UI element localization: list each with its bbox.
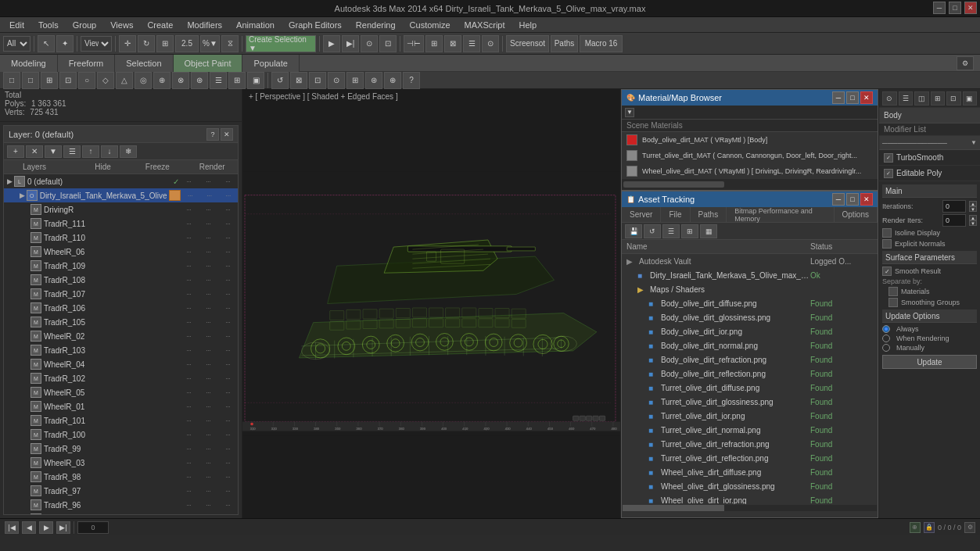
layer-item-tradr100[interactable]: M TradrR_100 ··· ··· ···: [4, 428, 238, 442]
lock-icon[interactable]: 🔒: [924, 522, 935, 533]
update-options-section[interactable]: Update Options: [882, 309, 977, 323]
smoothing-groups-checkbox[interactable]: [888, 298, 898, 307]
close-button[interactable]: ✕: [964, 2, 977, 14]
asset-item-wheel-diffuse[interactable]: ■ Wheel_olive_dirt_diffuse.png Found: [622, 465, 878, 479]
iterations-spinbox[interactable]: 0: [942, 200, 966, 213]
layer-item-tradr107[interactable]: M TradrR_107 ··· ··· ···: [4, 287, 238, 301]
mode-modeling[interactable]: Modeling: [0, 55, 58, 72]
asset-item-maps-folder[interactable]: ▶ Maps / Shaders: [622, 282, 878, 296]
layer-freeze-button[interactable]: ❄: [120, 145, 137, 158]
sub-btn-6[interactable]: ◇: [97, 72, 114, 89]
mode-icon-btn[interactable]: ⚙: [957, 56, 974, 70]
mat-browser-minimize[interactable]: ─: [832, 91, 845, 104]
toolbar-macro[interactable]: Macro 16: [580, 35, 623, 52]
asset-tab-server[interactable]: Server: [622, 207, 661, 222]
mat-browser-maximize[interactable]: □: [846, 91, 859, 104]
toolbar-btn-c[interactable]: ⊠: [444, 35, 461, 52]
asset-item-wheel-glossiness[interactable]: ■ Wheel_olive_dirt_glossiness.png Found: [622, 479, 878, 493]
menu-maxscript[interactable]: MAXScript: [458, 19, 512, 31]
asset-list-button[interactable]: ⊞: [681, 224, 698, 238]
mat-browser-close[interactable]: ✕: [860, 91, 873, 104]
isoline-checkbox[interactable]: [882, 228, 892, 238]
layer-help-button[interactable]: ?: [206, 128, 219, 141]
asset-tab-file[interactable]: File: [661, 207, 690, 222]
sub-btn-3[interactable]: ⊞: [41, 72, 58, 89]
asset-view-button[interactable]: ▦: [700, 224, 717, 238]
mat-item-wheel[interactable]: Wheel_olive_dirt_MAT ( VRayMtl ) [ Drivi…: [622, 163, 878, 179]
minimize-button[interactable]: ─: [933, 2, 946, 14]
layer-item-wheelr01[interactable]: M WheelR_01 ··· ··· ···: [4, 399, 238, 413]
mode-populate[interactable]: Populate: [242, 55, 299, 72]
layer-item-tradr110[interactable]: M TradrR_110 ··· ··· ···: [4, 231, 238, 245]
sub-btn-18[interactable]: ⊙: [328, 72, 345, 89]
asset-tab-paths[interactable]: Paths: [691, 207, 727, 222]
always-radio[interactable]: [882, 325, 890, 333]
frame-display[interactable]: 0: [77, 521, 109, 534]
asset-item-body-ior[interactable]: ■ Body_olive_dirt_ior.png Found: [622, 324, 878, 338]
menu-tools[interactable]: Tools: [32, 19, 65, 31]
menu-rendering[interactable]: Rendering: [350, 19, 402, 31]
asset-tab-options[interactable]: Options: [835, 207, 878, 222]
iter-up-arrow[interactable]: ▲: [969, 201, 977, 206]
asset-save-button[interactable]: 💾: [625, 224, 642, 238]
mod-icon-3[interactable]: ◫: [914, 91, 929, 106]
asset-item-body-normal[interactable]: ■ Body_olive_dirt_normal.png Found: [622, 338, 878, 352]
toolbar-percent2[interactable]: %▼: [200, 35, 220, 52]
sub-btn-1[interactable]: □: [3, 72, 20, 89]
asset-item-body-reflection[interactable]: ■ Body_olive_dirt_reflection.png Found: [622, 367, 878, 381]
toolbar-btn-b[interactable]: ⊡: [379, 35, 397, 52]
layer-move-down-button[interactable]: ↓: [101, 145, 118, 158]
sub-btn-4[interactable]: ⊡: [59, 72, 77, 89]
asset-maximize[interactable]: □: [846, 193, 859, 206]
layer-item-tradr95[interactable]: M TradrR_95 ··· ··· ···: [4, 512, 238, 514]
modifier-dropdown[interactable]: ───────────── ▼: [879, 136, 980, 150]
menu-animation[interactable]: Animation: [230, 19, 281, 31]
sub-btn-21[interactable]: ⊕: [384, 72, 401, 89]
layer-item-root[interactable]: ▶ L 0 (default) ✓ ··· ··· ···: [4, 174, 238, 188]
toolbar-btn-d[interactable]: ☰: [463, 35, 480, 52]
asset-hscrollbar[interactable]: [622, 504, 878, 512]
sub-btn-15[interactable]: ↺: [271, 72, 289, 89]
toolbar-align[interactable]: ⊞: [425, 35, 443, 52]
restore-button[interactable]: □: [949, 2, 961, 14]
layer-sel-all-button[interactable]: ☰: [63, 145, 81, 158]
layer-item-tradr101[interactable]: M TradrR_101 ··· ··· ···: [4, 413, 238, 428]
sub-btn-5[interactable]: ○: [78, 72, 95, 89]
asset-item-turret-ior[interactable]: ■ Turret_olive_dirt_ior.png Found: [622, 409, 878, 423]
surface-params-section[interactable]: Surface Parameters: [882, 251, 977, 264]
toolbar-btn-e[interactable]: ⊙: [482, 35, 499, 52]
asset-tab-bitmap[interactable]: Bitmap Performance and Memory: [727, 207, 834, 222]
mod-main-section[interactable]: Main: [882, 184, 977, 198]
layer-item-tradr103[interactable]: M TradrR_103 ··· ··· ···: [4, 343, 238, 357]
play-first-btn[interactable]: |◀: [5, 521, 19, 534]
settings-icon[interactable]: ⚙: [964, 522, 975, 533]
layer-delete-button[interactable]: ✕: [26, 145, 43, 158]
mod-icon-1[interactable]: ⊙: [882, 91, 897, 106]
layer-item-wheelr04[interactable]: M WheelR_04 ··· ··· ···: [4, 357, 238, 371]
layer-item-wheelr03[interactable]: M WheelR_03 ··· ··· ···: [4, 456, 238, 470]
turbosmooth-check[interactable]: ✓: [884, 153, 893, 163]
toolbar-paths[interactable]: Paths: [551, 35, 578, 52]
layer-item-tank[interactable]: ▶ O Dirty_Israeli_Tank_Merkava_5_Olive ·…: [4, 188, 238, 202]
sub-btn-2[interactable]: □: [22, 72, 39, 89]
toolbar-btn-2[interactable]: ✦: [56, 35, 74, 52]
create-selection-button[interactable]: Create Selection ▼: [246, 35, 316, 52]
asset-item-vault[interactable]: ▶ Autodesk Vault Logged O...: [622, 254, 878, 268]
play-next-btn[interactable]: ▶|: [56, 521, 70, 534]
asset-item-turret-normal[interactable]: ■ Turret_olive_dirt_normal.png Found: [622, 423, 878, 437]
sub-btn-8[interactable]: ◎: [135, 72, 152, 89]
view-select[interactable]: View: [81, 36, 112, 52]
sub-btn-7[interactable]: △: [116, 72, 133, 89]
menu-customize[interactable]: Customize: [404, 19, 457, 31]
mode-select[interactable]: All: [3, 36, 31, 52]
asset-item-body-diffuse[interactable]: ■ Body_olive_dirt_diffuse.png Found: [622, 296, 878, 310]
sub-btn-9[interactable]: ⊕: [153, 72, 171, 89]
layer-item-tradr109[interactable]: M TradrR_109 ··· ··· ···: [4, 259, 238, 273]
editpoly-check[interactable]: ✓: [884, 169, 893, 178]
mod-icon-4[interactable]: ⊞: [931, 91, 946, 106]
sub-btn-11[interactable]: ⊛: [191, 72, 208, 89]
iter-down-arrow[interactable]: ▼: [969, 206, 977, 212]
asset-scrollbar-thumb[interactable]: [623, 505, 724, 511]
materials-checkbox[interactable]: [888, 287, 898, 296]
mat-item-turret[interactable]: Turret_olive_dirt_MAT ( Cannon, Cannongu…: [622, 148, 878, 163]
